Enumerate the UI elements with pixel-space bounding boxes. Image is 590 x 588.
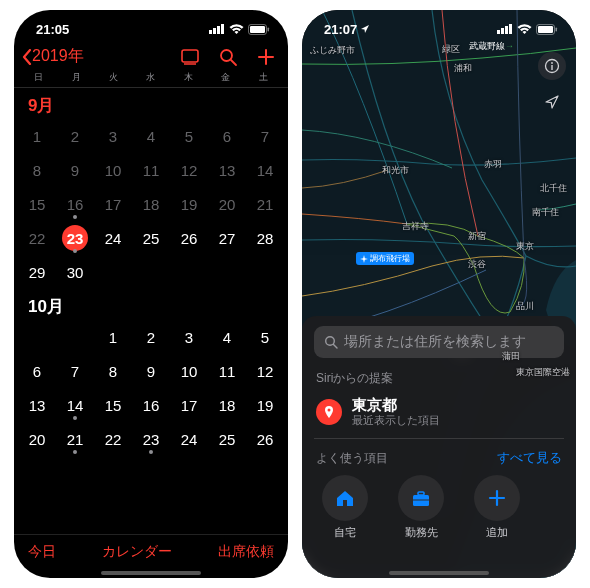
day-cell[interactable]: 2 (56, 119, 94, 153)
day-cell[interactable]: 20 (208, 187, 246, 221)
day-cell[interactable]: 21 (246, 187, 284, 221)
favorite-label: 追加 (486, 525, 508, 540)
svg-rect-15 (505, 26, 508, 34)
search-sheet[interactable]: 場所または住所を検索します Siriからの提案 東京都 最近表示した項目 よく使… (302, 316, 576, 579)
day-cell[interactable]: 15 (18, 187, 56, 221)
day-cell[interactable]: 8 (94, 354, 132, 388)
day-cell[interactable]: 28 (246, 221, 284, 255)
map-place-label[interactable]: 南千住 (532, 206, 559, 219)
calendar-body[interactable]: 9月12345678910111213141516171819202122232… (14, 88, 288, 456)
svg-rect-6 (268, 27, 270, 31)
siri-suggestion-row[interactable]: 東京都 最近表示した項目 (314, 393, 564, 440)
home-indicator[interactable] (101, 571, 201, 575)
calendars-button[interactable]: カレンダー (102, 543, 172, 561)
day-cell[interactable]: 29 (18, 255, 56, 289)
search-input[interactable]: 場所または住所を検索します (314, 326, 564, 358)
day-cell[interactable]: 9 (56, 153, 94, 187)
day-cell[interactable]: 4 (132, 119, 170, 153)
add-event-icon[interactable] (256, 47, 276, 67)
see-all-button[interactable]: すべて見る (497, 449, 562, 467)
map-place-label[interactable]: 蒲田 (502, 350, 520, 363)
day-cell[interactable]: 3 (94, 119, 132, 153)
day-cell[interactable]: 21 (56, 422, 94, 456)
favorite-plus[interactable]: 追加 (470, 475, 524, 540)
day-cell[interactable]: 11 (208, 354, 246, 388)
day-cell[interactable]: 15 (94, 388, 132, 422)
day-cell[interactable]: 14 (56, 388, 94, 422)
list-view-icon[interactable] (180, 47, 200, 67)
day-cell[interactable]: 1 (18, 119, 56, 153)
map-place-label[interactable]: 浦和 (454, 62, 472, 75)
day-cell[interactable]: 11 (132, 153, 170, 187)
map-place-label[interactable]: 品川 (516, 300, 534, 313)
day-cell[interactable]: 23 (56, 221, 94, 255)
favorite-briefcase[interactable]: 勤務先 (394, 475, 448, 540)
day-cell[interactable]: 10 (170, 354, 208, 388)
month-grid: 1234567891011121314151617181920212223242… (14, 320, 288, 456)
map-place-label[interactable]: 新宿 (468, 230, 486, 243)
day-cell[interactable]: 3 (170, 320, 208, 354)
day-cell[interactable]: 4 (208, 320, 246, 354)
svg-rect-16 (509, 24, 512, 34)
day-cell[interactable]: 19 (170, 187, 208, 221)
map-place-label[interactable]: 赤羽 (484, 158, 502, 171)
day-cell[interactable]: 25 (132, 221, 170, 255)
locate-me-button[interactable] (538, 88, 566, 116)
day-cell[interactable]: 7 (56, 354, 94, 388)
day-cell[interactable]: 25 (208, 422, 246, 456)
map-place-label[interactable]: 東京 (516, 240, 534, 253)
day-cell[interactable]: 27 (208, 221, 246, 255)
wifi-icon (517, 24, 532, 35)
day-cell[interactable]: 18 (132, 187, 170, 221)
day-cell[interactable]: 5 (246, 320, 284, 354)
svg-rect-19 (556, 27, 558, 31)
day-cell[interactable]: 22 (18, 221, 56, 255)
inbox-button[interactable]: 出席依頼 (218, 543, 274, 561)
day-cell[interactable]: 17 (170, 388, 208, 422)
day-cell[interactable]: 24 (94, 221, 132, 255)
map-place-label[interactable]: 吉祥寺 (402, 220, 429, 233)
day-cell[interactable]: 22 (94, 422, 132, 456)
day-cell[interactable]: 8 (18, 153, 56, 187)
weekday-label: 月 (57, 71, 94, 84)
day-cell[interactable]: 10 (94, 153, 132, 187)
maps-app: 21:07 調布飛行場 466 武蔵野線→ 場所または住所を検索します Siri… (302, 10, 576, 578)
day-cell[interactable]: 16 (56, 187, 94, 221)
day-cell[interactable]: 20 (18, 422, 56, 456)
day-cell[interactable]: 9 (132, 354, 170, 388)
map-place-label[interactable]: 渋谷 (468, 258, 486, 271)
airport-badge[interactable]: 調布飛行場 (356, 252, 414, 265)
favorite-home[interactable]: 自宅 (318, 475, 372, 540)
day-cell[interactable]: 5 (170, 119, 208, 153)
search-icon[interactable] (218, 47, 238, 67)
day-cell[interactable]: 30 (56, 255, 94, 289)
day-cell[interactable]: 7 (246, 119, 284, 153)
map-place-label[interactable]: 緑区 (442, 43, 460, 56)
day-cell[interactable]: 1 (94, 320, 132, 354)
day-cell[interactable]: 2 (132, 320, 170, 354)
map-place-label[interactable]: ふじみ野市 (310, 44, 355, 57)
day-cell[interactable]: 18 (208, 388, 246, 422)
day-cell[interactable]: 6 (18, 354, 56, 388)
day-cell[interactable]: 26 (246, 422, 284, 456)
map-place-label[interactable]: 北千住 (540, 182, 567, 195)
info-button[interactable] (538, 52, 566, 80)
day-cell[interactable]: 12 (170, 153, 208, 187)
home-indicator[interactable] (389, 571, 489, 575)
today-button[interactable]: 今日 (28, 543, 56, 561)
day-cell[interactable]: 13 (208, 153, 246, 187)
day-cell[interactable]: 6 (208, 119, 246, 153)
day-cell[interactable]: 24 (170, 422, 208, 456)
back-button[interactable]: 2019年 (22, 46, 84, 67)
map-place-label[interactable]: 東京国際空港 (516, 366, 570, 379)
day-cell[interactable]: 16 (132, 388, 170, 422)
day-cell[interactable]: 23 (132, 422, 170, 456)
day-cell[interactable]: 19 (246, 388, 284, 422)
day-cell[interactable]: 17 (94, 187, 132, 221)
day-cell[interactable]: 12 (246, 354, 284, 388)
day-cell[interactable]: 13 (18, 388, 56, 422)
day-cell[interactable]: 14 (246, 153, 284, 187)
status-indicators (497, 24, 558, 35)
day-cell[interactable]: 26 (170, 221, 208, 255)
map-place-label[interactable]: 和光市 (382, 164, 409, 177)
